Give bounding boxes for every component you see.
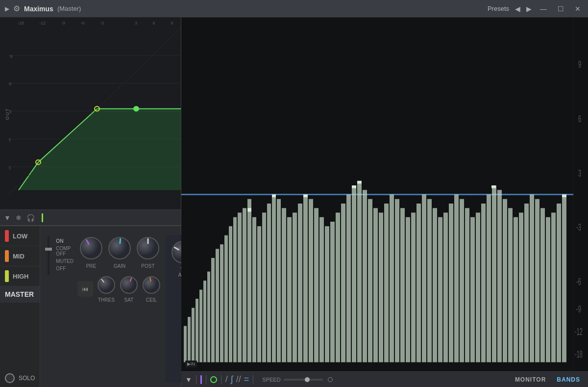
x-label-neg18: -18 <box>18 21 24 26</box>
state-comp-off[interactable]: COMP OFF <box>56 246 74 257</box>
svg-text:3: 3 <box>578 167 581 178</box>
svg-rect-110 <box>449 204 453 362</box>
svg-rect-93 <box>357 181 362 362</box>
svg-rect-86 <box>319 217 324 362</box>
svg-rect-73 <box>252 217 256 362</box>
next-preset-arrow[interactable]: ▶ <box>526 5 532 13</box>
title-bar-left: ▶ ⚙ Maximus (Master) <box>5 4 488 13</box>
rt-dropdown-icon[interactable]: ▼ <box>185 376 192 384</box>
state-off[interactable]: OFF <box>56 266 66 271</box>
svg-rect-101 <box>400 208 405 362</box>
slash-icon-2[interactable]: // <box>236 374 241 385</box>
equals-icon[interactable]: = <box>244 374 249 385</box>
freeze-icon[interactable]: ❄ <box>16 214 22 222</box>
svg-point-22 <box>143 277 160 293</box>
gain-label: GAIN <box>114 263 125 269</box>
svg-rect-121 <box>508 208 513 362</box>
post-knob[interactable]: POST <box>135 235 161 269</box>
svg-rect-84 <box>309 199 313 362</box>
bottom-controls: LOW MID HIGH MASTER <box>0 225 181 387</box>
state-muted[interactable]: MUTED <box>56 258 74 264</box>
svg-text:-6: -6 <box>576 276 581 287</box>
low-band-label: LOW <box>13 232 27 240</box>
curve-line-icon[interactable]: ∫ <box>231 374 233 385</box>
monitor-button[interactable]: MONITOR <box>511 374 550 385</box>
speed-track[interactable] <box>284 379 323 381</box>
svg-rect-67 <box>224 235 228 362</box>
svg-rect-98 <box>384 204 389 362</box>
svg-rect-119 <box>497 190 502 362</box>
svg-text:-18: -18 <box>575 349 583 360</box>
gain-knob[interactable]: GAIN <box>106 235 133 269</box>
svg-rect-58 <box>188 317 191 362</box>
pre-gain-post-section: PRE GAIN <box>77 231 162 382</box>
svg-rect-127 <box>540 208 545 362</box>
spectrum-svg: 9 6 3 -3 -6 -9 -12 -18 <box>181 18 588 371</box>
svg-rect-64 <box>211 258 215 362</box>
svg-rect-115 <box>476 212 480 362</box>
app-title: Maximus <box>24 5 53 13</box>
settings-icon[interactable]: ⚙ <box>13 4 20 13</box>
transport-section: ⏮ THRES <box>77 275 162 303</box>
state-labels: ON COMP OFF MUTED OFF <box>56 236 74 271</box>
speed-thumb[interactable] <box>305 377 310 382</box>
svg-rect-83 <box>303 195 308 362</box>
band-item-mid[interactable]: MID <box>0 246 40 266</box>
transfer-curve-svg[interactable]: 9 6 3 -3 -6 <box>9 27 181 195</box>
svg-rect-122 <box>514 217 518 362</box>
control-point-3[interactable] <box>134 106 139 111</box>
svg-rect-130 <box>557 204 561 362</box>
fader-thumb[interactable] <box>45 248 52 251</box>
svg-point-18 <box>98 277 115 293</box>
separator-2 <box>206 375 206 384</box>
master-band[interactable]: MASTER <box>0 286 40 303</box>
svg-rect-129 <box>551 212 556 362</box>
svg-rect-114 <box>470 217 475 362</box>
maximize-button[interactable]: ☐ <box>555 4 566 14</box>
vertical-fader[interactable] <box>45 236 52 275</box>
pre-knob[interactable]: PRE <box>78 235 104 269</box>
play-icon[interactable]: ▶ <box>5 5 9 12</box>
state-on[interactable]: ON <box>56 238 63 244</box>
headphones-icon[interactable]: 🎧 <box>26 214 35 222</box>
svg-rect-97 <box>379 212 383 362</box>
svg-rect-81 <box>293 212 297 362</box>
prev-preset-arrow[interactable]: ◀ <box>515 5 520 13</box>
svg-rect-79 <box>282 208 286 362</box>
close-button[interactable]: ✕ <box>572 4 583 14</box>
svg-rect-137 <box>491 185 496 188</box>
ceil-knob[interactable]: CEIL <box>141 275 162 303</box>
spectrum-area: 9 6 3 -3 -6 -9 -12 -18 <box>181 18 588 371</box>
svg-rect-118 <box>492 185 496 362</box>
band-item-low[interactable]: LOW <box>0 226 40 246</box>
x-label-9: 9 <box>171 21 173 26</box>
slash-icon-1[interactable]: / <box>225 374 228 385</box>
svg-rect-95 <box>368 199 372 362</box>
svg-rect-89 <box>336 212 340 362</box>
svg-rect-116 <box>481 204 486 362</box>
band-item-high[interactable]: HIGH <box>0 266 40 286</box>
svg-rect-120 <box>503 199 507 362</box>
svg-text:-6: -6 <box>9 165 11 170</box>
svg-rect-132 <box>247 208 251 211</box>
solo-button[interactable] <box>5 373 15 383</box>
x-label-neg9: -9 <box>61 21 65 26</box>
skip-button[interactable]: ⏮ <box>77 281 93 297</box>
svg-rect-133 <box>272 195 276 198</box>
bands-button[interactable]: BANDS <box>553 374 584 385</box>
svg-rect-113 <box>465 208 469 362</box>
svg-rect-125 <box>530 195 534 362</box>
high-band-label: HIGH <box>13 273 29 280</box>
thres-sat-ceil-knobs: THRES SAT <box>96 275 162 303</box>
svg-rect-123 <box>519 212 523 362</box>
green-circle-indicator[interactable] <box>210 376 217 383</box>
dropdown-arrow-icon[interactable]: ▼ <box>4 214 11 222</box>
thres-knob[interactable]: THRES <box>96 275 117 303</box>
svg-text:6: 6 <box>9 81 12 87</box>
separator-1 <box>196 375 196 384</box>
sat-knob[interactable]: SAT <box>119 275 139 303</box>
svg-rect-72 <box>247 199 251 362</box>
band-selector: LOW MID HIGH MASTER <box>0 226 40 387</box>
minimize-button[interactable]: — <box>538 4 549 14</box>
speed-label: SPEED <box>262 377 280 383</box>
